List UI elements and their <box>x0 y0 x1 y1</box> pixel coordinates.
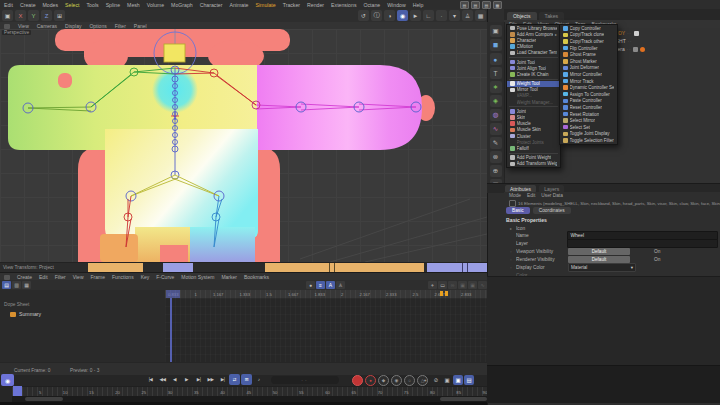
viewport-grid-icon[interactable] <box>4 24 10 29</box>
key-tool-button[interactable]: ⊘ <box>431 375 441 385</box>
transport-button[interactable]: ▶| <box>193 374 204 385</box>
layout-icon[interactable]: ▤ <box>460 1 469 9</box>
menu-item[interactable] <box>509 106 558 107</box>
menu-item[interactable]: Load Character Template... <box>507 50 560 56</box>
viewport[interactable] <box>0 29 487 262</box>
toolbar-icon[interactable]: ♙ <box>462 10 473 21</box>
menu-item[interactable]: Toggle Joint Display <box>560 131 617 138</box>
menu-item[interactable]: Add Transform Weight <box>507 161 560 167</box>
key-record-button[interactable] <box>352 375 363 386</box>
menu-item[interactable]: Falloff <box>507 145 560 151</box>
attribute-menu-item[interactable]: Edit <box>527 193 535 198</box>
key-record-button[interactable]: ◉ <box>391 375 402 386</box>
scrollbar-handle[interactable] <box>25 397 63 401</box>
playback-rate-field[interactable]: ·· <box>271 376 339 384</box>
keyframe-marker[interactable] <box>445 291 448 296</box>
toolbar-icon[interactable]: ◑ <box>384 10 395 21</box>
key-record-button[interactable]: ○ <box>404 375 415 386</box>
visibility-dots[interactable]: ·· <box>627 31 632 36</box>
timeline-toolbar-icon[interactable]: ∿ <box>478 281 487 289</box>
menubar-item[interactable]: Octane <box>363 2 380 8</box>
attribute-mode-tab[interactable]: Coordinates <box>533 207 571 214</box>
menubar-item[interactable]: Character <box>200 2 223 8</box>
key-tool-button[interactable]: ▤ <box>464 375 474 385</box>
menu-item[interactable] <box>509 57 558 58</box>
transport-button[interactable]: ▶▶ <box>205 374 216 385</box>
viewport-visibility-dropdown[interactable]: Default <box>568 248 630 255</box>
menu-item[interactable]: Reset Rotation <box>560 111 617 118</box>
keyframe-marker[interactable] <box>440 291 443 296</box>
palette-icon[interactable]: ◍ <box>490 109 502 121</box>
menubar-item[interactable]: Modes <box>43 2 59 8</box>
toolbar-icon[interactable]: ▣ <box>2 10 13 21</box>
layout-icon[interactable]: ▤ <box>482 1 491 9</box>
goto-start-icon[interactable]: ◉ <box>1 374 14 386</box>
toolbar-icon[interactable]: ▦ <box>475 10 486 21</box>
toolbar-icon[interactable]: · <box>436 10 447 21</box>
current-frame-handle[interactable] <box>13 386 22 396</box>
menu-item[interactable]: Mirror Track <box>560 78 617 85</box>
menu-item[interactable]: Weight Manager... <box>507 99 560 105</box>
menu-item[interactable]: Copy/Track other <box>560 38 617 45</box>
timeline-toolbar-icon[interactable]: ▣ <box>458 281 467 289</box>
toolbar-icon[interactable]: ↺ <box>358 10 369 21</box>
expander-dot[interactable]: ◦ <box>506 265 516 270</box>
menubar-item[interactable]: Tracker <box>283 2 300 8</box>
viewport-camera-label[interactable]: Perspective <box>2 30 31 35</box>
menu-item[interactable]: Flip Controller <box>560 45 617 52</box>
visibility-dots[interactable]: ·· <box>627 47 632 52</box>
timeline-toolbar-icon[interactable]: ≡ <box>316 281 325 289</box>
panel-tab[interactable]: Takes <box>539 12 565 20</box>
key-tool-button[interactable]: ▣ <box>442 375 452 385</box>
timeline-toolbar-icon[interactable]: ▣ <box>468 281 477 289</box>
layout-icon[interactable]: ▦ <box>493 1 502 9</box>
menubar-item[interactable]: Spline <box>106 2 120 8</box>
toolbar-icon[interactable]: ▾ <box>449 10 460 21</box>
renderer-visibility-dropdown[interactable]: Default <box>568 256 630 263</box>
transport-button[interactable]: ⊞ <box>241 374 252 385</box>
menu-item[interactable]: Select Mirror <box>560 117 617 124</box>
timeline-toolbar-icon[interactable]: ⌖ <box>428 281 437 289</box>
transport-button[interactable]: ⇄ <box>229 374 240 385</box>
expander-dot[interactable]: ◦ <box>506 249 516 254</box>
menu-item[interactable]: Create IK Chain <box>507 71 560 77</box>
toolbar-icon[interactable]: ► <box>410 10 421 21</box>
attribute-mode-tab[interactable]: Basic <box>506 207 530 214</box>
current-time-marker[interactable] <box>166 290 180 298</box>
panel-tab[interactable]: Objects <box>507 12 537 20</box>
scrollbar-handle[interactable] <box>440 397 487 401</box>
palette-icon[interactable]: ● <box>490 53 502 65</box>
menubar-item[interactable]: Edit <box>4 2 13 8</box>
timeline-toolbar-icon[interactable]: ▥ <box>12 281 21 289</box>
key-record-button[interactable]: ◆ <box>378 375 389 386</box>
menu-item[interactable]: Mirror Controller <box>560 71 617 78</box>
transport-button[interactable]: |◀ <box>145 374 156 385</box>
toolbar-icon[interactable]: X <box>15 10 26 21</box>
transport-button[interactable]: ▶| <box>217 374 228 385</box>
menubar-item[interactable]: Mesh <box>127 2 140 8</box>
menu-item[interactable]: Reset Controller <box>560 104 617 111</box>
menubar-item[interactable]: Extensions <box>331 2 356 8</box>
timeline-toolbar-icon[interactable]: ∞ <box>448 281 457 289</box>
menubar-item[interactable]: Render <box>307 2 324 8</box>
transport-button[interactable]: ◀◀ <box>157 374 168 385</box>
key-tool-button[interactable]: + <box>420 375 430 385</box>
attribute-menu-item[interactable]: Mode <box>509 193 521 198</box>
timeline-ruler[interactable]: 0.83311.1671.3331.51.6671.83322.1672.333… <box>165 290 493 298</box>
toolbar-icon[interactable]: ◉ <box>397 10 408 21</box>
palette-icon[interactable]: ⊗ <box>490 151 502 163</box>
layout-icon[interactable]: ▤ <box>471 1 480 9</box>
timeline-toolbar-icon[interactable]: ● <box>306 281 315 289</box>
menu-item[interactable]: Joint Deformer <box>560 65 617 72</box>
menubar-item[interactable]: Tools <box>87 2 99 8</box>
menu-item[interactable]: Select Set <box>560 124 617 131</box>
palette-icon[interactable]: ✎ <box>490 137 502 149</box>
toolbar-icon[interactable]: ∟ <box>423 10 434 21</box>
octane-tag-icon[interactable] <box>640 47 645 52</box>
menubar-item[interactable]: Simulate <box>256 2 276 8</box>
menu-item[interactable]: Toggle Selection Filter <box>560 137 617 144</box>
menubar-item[interactable]: MoGraph <box>171 2 193 8</box>
timeline-toolbar-icon[interactable]: ▤ <box>2 281 11 289</box>
menubar-item[interactable]: Select <box>65 2 79 8</box>
menu-item[interactable]: Copy/Track clone <box>560 32 617 39</box>
